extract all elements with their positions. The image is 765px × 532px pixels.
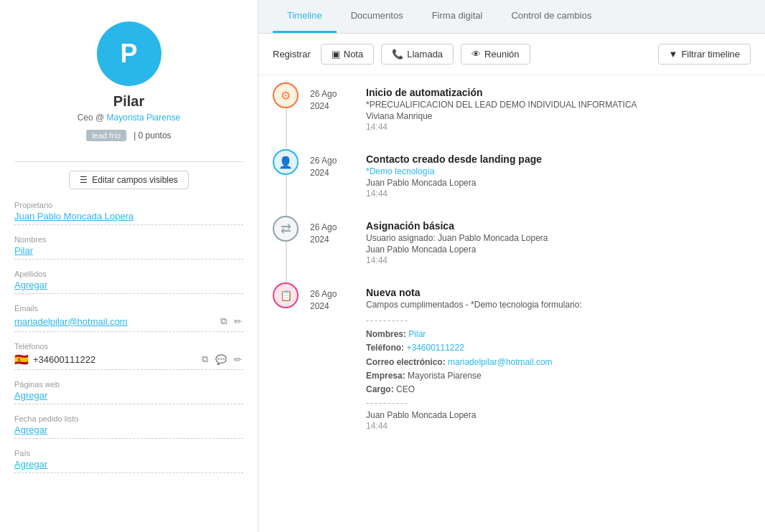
filtrar-button[interactable]: ▼ Filtrar timeline	[658, 44, 751, 65]
tl-user-1: Viviana Manrique	[366, 111, 751, 121]
edit-fields-button[interactable]: ☰ Editar campos visibles	[69, 171, 188, 189]
note-correo: Correo electrónico: mariadelpilar@hotmai…	[366, 356, 751, 369]
tl-date-3: 26 Ago2024	[310, 216, 355, 265]
tl-user-4: Juan Pablo Moncada Lopera	[366, 410, 751, 420]
paginas-web-add[interactable]: Agregar	[14, 390, 243, 401]
timeline-item-3: ⇄ 26 Ago2024 Asignación básica Usuario a…	[273, 216, 751, 265]
phone-row: 🇪🇸 +34600111222 ⧉ 💬 ✏	[14, 352, 243, 366]
apellidos-label: Apellidos	[14, 270, 243, 278]
note-empresa-label: Empresa:	[366, 371, 405, 381]
paginas-web-label: Páginas web	[14, 380, 243, 389]
tl-date-2: 26 Ago2024	[310, 149, 355, 199]
tl-icon-2: 👤	[273, 149, 299, 175]
tl-subtitle-4: Campos cumplimentados - *Demo tecnologia…	[366, 300, 751, 310]
telefonos-label: Teléfonos	[14, 342, 243, 351]
avatar-section: P Pilar Ceo @ Mayorista Piarense lead fr…	[0, 0, 258, 153]
timeline-item-4: 📋 26 Ago2024 Nueva nota Campos cumplimen…	[273, 282, 751, 431]
copy-email-button[interactable]: ⧉	[219, 314, 228, 328]
tl-subtitle-3: Usuario asignado: Juan Pablo Moncada Lop…	[366, 233, 751, 243]
field-paginas-web: Páginas web Agregar	[14, 380, 243, 404]
tl-note-body: ---------- Nombres: Pilar Teléfono: +346…	[366, 314, 751, 410]
note-nombres-value: Pilar	[408, 329, 426, 339]
tl-time-3: 14:44	[366, 255, 751, 265]
tl-date-4: 26 Ago2024	[310, 282, 355, 431]
nombres-label: Nombres	[14, 235, 243, 244]
note-cargo: Cargo: CEO	[366, 383, 751, 396]
badge-row: lead frío | 0 puntos	[86, 130, 171, 141]
tl-subtitle-1: *PRECUALIFICACION DEL LEAD DEMO INDIVIDU…	[366, 100, 751, 110]
registrar-label: Registrar	[273, 49, 311, 60]
edit-phone-button[interactable]: ✏	[233, 353, 243, 366]
tl-time-1: 14:44	[366, 122, 751, 132]
fecha-pedido-add[interactable]: Agregar	[14, 424, 243, 435]
note-telefono-label: Teléfono:	[366, 343, 404, 353]
note-correo-value: mariadelpilar@hotmail.com	[448, 357, 553, 367]
field-emails: Emails mariadelpilar@hotmail.com ⧉ ✏	[14, 304, 243, 332]
note-correo-label: Correo electrónico:	[366, 357, 446, 367]
right-panel: Timeline Documentos Firma digital Contro…	[258, 0, 765, 532]
note-nombres: Nombres: Pilar	[366, 328, 751, 341]
tl-icon-1: ⚙	[273, 82, 299, 108]
timeline-item-2: 👤 26 Ago2024 Contacto creado desde landi…	[273, 149, 751, 199]
lead-badge: lead frío	[86, 130, 126, 141]
tab-firma[interactable]: Firma digital	[418, 0, 497, 33]
fecha-pedido-label: Fecha pedido listo	[14, 414, 243, 423]
field-fecha-pedido: Fecha pedido listo Agregar	[14, 414, 243, 439]
whatsapp-button[interactable]: 💬	[214, 353, 228, 366]
note-cargo-label: Cargo:	[366, 384, 394, 394]
tl-icon-4: 📋	[273, 282, 299, 308]
pais-add[interactable]: Agregar	[14, 459, 243, 470]
tl-title-1: Inicio de automatización	[366, 87, 751, 98]
reunion-button[interactable]: 👁 Reunión	[461, 44, 530, 65]
pais-label: País	[14, 449, 243, 457]
copy-phone-button[interactable]: ⧉	[200, 352, 210, 366]
note-empresa: Empresa: Mayorista Piarense	[366, 369, 751, 383]
tab-timeline[interactable]: Timeline	[273, 0, 337, 33]
company-link[interactable]: Mayorista Piarense	[107, 113, 181, 123]
note-nombres-label: Nombres:	[366, 329, 406, 339]
note-empresa-value: Mayorista Piarense	[408, 371, 482, 381]
emails-label: Emails	[14, 304, 243, 313]
tl-content-2: Contacto creado desde landing page *Demo…	[366, 149, 751, 199]
timeline-item-1: ⚙ 26 Ago2024 Inicio de automatización *P…	[273, 82, 751, 132]
tab-documentos[interactable]: Documentos	[337, 0, 418, 33]
tab-control[interactable]: Control de cambios	[497, 0, 606, 33]
nota-icon: ▣	[332, 49, 340, 60]
tl-icon-3: ⇄	[273, 216, 299, 242]
tl-content-1: Inicio de automatización *PRECUALIFICACI…	[366, 82, 751, 132]
propietario-value[interactable]: Juan Pablo Moncada Lopera	[14, 211, 243, 222]
note-separator-bottom: ----------	[366, 396, 751, 410]
list-icon: ☰	[80, 175, 88, 185]
llamada-icon: 📞	[392, 49, 403, 60]
field-apellidos: Apellidos Agregar	[14, 270, 243, 294]
filter-icon: ▼	[669, 49, 678, 60]
llamada-button[interactable]: 📞 Llamada	[381, 44, 454, 65]
note-telefono: Teléfono: +34600111222	[366, 341, 751, 355]
points: | 0 puntos	[133, 130, 172, 141]
nombres-value[interactable]: Pilar	[14, 245, 243, 256]
tl-user-3: Juan Pablo Moncada Lopera	[366, 244, 751, 255]
tl-title-2: Contacto creado desde landing page	[366, 153, 751, 165]
email-value[interactable]: mariadelpilar@hotmail.com	[14, 316, 215, 327]
tl-title-3: Asignación básica	[366, 220, 751, 232]
apellidos-add[interactable]: Agregar	[14, 280, 243, 290]
note-telefono-value: +34600111222	[406, 343, 464, 353]
fields-section: Propietario Juan Pablo Moncada Lopera No…	[0, 201, 258, 473]
timeline-toolbar: Registrar ▣ Nota 📞 Llamada 👁 Reunión ▼ F…	[258, 34, 765, 75]
phone-value: +34600111222	[33, 354, 196, 365]
tl-date-1: 26 Ago2024	[310, 82, 355, 132]
field-propietario: Propietario Juan Pablo Moncada Lopera	[14, 201, 243, 225]
divider-1	[14, 161, 243, 162]
tl-content-4: Nueva nota Campos cumplimentados - *Demo…	[366, 282, 751, 431]
note-cargo-value: CEO	[396, 384, 415, 394]
tl-time-2: 14:44	[366, 189, 751, 199]
edit-email-button[interactable]: ✏	[233, 315, 243, 328]
left-panel: P Pilar Ceo @ Mayorista Piarense lead fr…	[0, 0, 258, 532]
tl-time-4: 14:44	[366, 421, 751, 431]
email-row: mariadelpilar@hotmail.com ⧉ ✏	[14, 314, 243, 328]
avatar: P	[97, 22, 161, 86]
tabs-bar: Timeline Documentos Firma digital Contro…	[258, 0, 765, 34]
tl-title-4: Nueva nota	[366, 287, 751, 298]
nota-button[interactable]: ▣ Nota	[321, 44, 374, 65]
field-pais: País Agregar	[14, 449, 243, 473]
